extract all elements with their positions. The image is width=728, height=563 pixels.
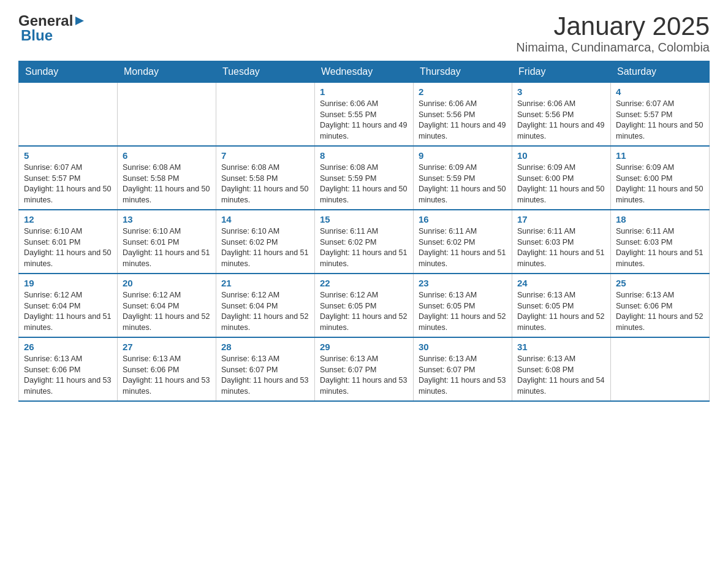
calendar-body: 1Sunrise: 6:06 AMSunset: 5:55 PMDaylight… <box>19 83 710 402</box>
calendar-cell: 16Sunrise: 6:11 AMSunset: 6:02 PMDayligh… <box>414 210 512 274</box>
day-info: Sunrise: 6:08 AMSunset: 5:58 PMDaylight:… <box>123 163 211 205</box>
calendar-cell: 24Sunrise: 6:13 AMSunset: 6:05 PMDayligh… <box>512 274 611 337</box>
day-info: Sunrise: 6:10 AMSunset: 6:01 PMDaylight:… <box>24 226 112 269</box>
calendar-cell: 23Sunrise: 6:13 AMSunset: 6:05 PMDayligh… <box>414 274 512 337</box>
calendar-week-0: 1Sunrise: 6:06 AMSunset: 5:55 PMDaylight… <box>19 83 710 147</box>
header-cell-sunday: Sunday <box>19 61 118 83</box>
calendar-cell <box>19 83 118 147</box>
day-info: Sunrise: 6:10 AMSunset: 6:01 PMDaylight:… <box>123 226 211 269</box>
page-title: January 2025 <box>516 12 710 40</box>
day-number: 13 <box>123 214 211 224</box>
logo-text-blue: Blue <box>21 27 53 44</box>
day-info: Sunrise: 6:11 AMSunset: 6:02 PMDaylight:… <box>320 226 408 269</box>
day-info: Sunrise: 6:06 AMSunset: 5:56 PMDaylight:… <box>517 99 605 142</box>
day-info: Sunrise: 6:12 AMSunset: 6:04 PMDaylight:… <box>24 290 112 333</box>
calendar-header: SundayMondayTuesdayWednesdayThursdayFrid… <box>19 61 710 83</box>
calendar-cell: 20Sunrise: 6:12 AMSunset: 6:04 PMDayligh… <box>118 274 216 337</box>
calendar-cell: 11Sunrise: 6:09 AMSunset: 6:00 PMDayligh… <box>611 146 710 210</box>
calendar-cell: 15Sunrise: 6:11 AMSunset: 6:02 PMDayligh… <box>315 210 414 274</box>
header-cell-thursday: Thursday <box>414 61 512 83</box>
header-cell-friday: Friday <box>512 61 611 83</box>
day-info: Sunrise: 6:13 AMSunset: 6:07 PMDaylight:… <box>419 354 507 397</box>
calendar-cell: 4Sunrise: 6:07 AMSunset: 5:57 PMDaylight… <box>611 83 710 147</box>
day-info: Sunrise: 6:12 AMSunset: 6:04 PMDaylight:… <box>221 290 309 333</box>
day-info: Sunrise: 6:13 AMSunset: 6:06 PMDaylight:… <box>616 290 704 333</box>
day-number: 12 <box>24 214 112 224</box>
header-cell-monday: Monday <box>118 61 216 83</box>
header-cell-saturday: Saturday <box>611 61 710 83</box>
calendar-cell: 26Sunrise: 6:13 AMSunset: 6:06 PMDayligh… <box>19 337 118 401</box>
logo-triangle-icon <box>74 15 85 26</box>
header-cell-wednesday: Wednesday <box>315 61 414 83</box>
calendar-cell: 3Sunrise: 6:06 AMSunset: 5:56 PMDaylight… <box>512 83 611 147</box>
header-cell-tuesday: Tuesday <box>216 61 315 83</box>
calendar-cell: 13Sunrise: 6:10 AMSunset: 6:01 PMDayligh… <box>118 210 216 274</box>
calendar-cell: 9Sunrise: 6:09 AMSunset: 5:59 PMDaylight… <box>414 146 512 210</box>
day-info: Sunrise: 6:08 AMSunset: 5:59 PMDaylight:… <box>320 163 408 205</box>
day-info: Sunrise: 6:13 AMSunset: 6:06 PMDaylight:… <box>123 354 211 397</box>
day-info: Sunrise: 6:07 AMSunset: 5:57 PMDaylight:… <box>24 163 112 205</box>
day-info: Sunrise: 6:06 AMSunset: 5:56 PMDaylight:… <box>419 99 507 142</box>
day-info: Sunrise: 6:11 AMSunset: 6:03 PMDaylight:… <box>616 226 704 269</box>
calendar-cell: 7Sunrise: 6:08 AMSunset: 5:58 PMDaylight… <box>216 146 315 210</box>
day-number: 21 <box>221 278 309 288</box>
day-info: Sunrise: 6:09 AMSunset: 5:59 PMDaylight:… <box>419 163 507 205</box>
calendar-cell: 18Sunrise: 6:11 AMSunset: 6:03 PMDayligh… <box>611 210 710 274</box>
day-number: 6 <box>123 150 211 161</box>
calendar-week-3: 19Sunrise: 6:12 AMSunset: 6:04 PMDayligh… <box>19 274 710 337</box>
calendar-cell: 28Sunrise: 6:13 AMSunset: 6:07 PMDayligh… <box>216 337 315 401</box>
day-number: 3 <box>517 86 605 97</box>
day-info: Sunrise: 6:11 AMSunset: 6:03 PMDaylight:… <box>517 226 605 269</box>
day-number: 16 <box>419 214 507 224</box>
day-number: 9 <box>419 150 507 161</box>
calendar-cell: 27Sunrise: 6:13 AMSunset: 6:06 PMDayligh… <box>118 337 216 401</box>
day-number: 5 <box>24 150 112 161</box>
calendar-cell: 6Sunrise: 6:08 AMSunset: 5:58 PMDaylight… <box>118 146 216 210</box>
calendar-cell: 8Sunrise: 6:08 AMSunset: 5:59 PMDaylight… <box>315 146 414 210</box>
calendar-table: SundayMondayTuesdayWednesdayThursdayFrid… <box>18 61 710 402</box>
calendar-cell: 12Sunrise: 6:10 AMSunset: 6:01 PMDayligh… <box>19 210 118 274</box>
page-subtitle: Nimaima, Cundinamarca, Colombia <box>516 40 710 55</box>
calendar-cell: 25Sunrise: 6:13 AMSunset: 6:06 PMDayligh… <box>611 274 710 337</box>
day-number: 30 <box>419 342 507 352</box>
day-info: Sunrise: 6:13 AMSunset: 6:07 PMDaylight:… <box>320 354 408 397</box>
calendar-cell: 2Sunrise: 6:06 AMSunset: 5:56 PMDaylight… <box>414 83 512 147</box>
day-info: Sunrise: 6:13 AMSunset: 6:06 PMDaylight:… <box>24 354 112 397</box>
day-number: 19 <box>24 278 112 288</box>
day-info: Sunrise: 6:06 AMSunset: 5:55 PMDaylight:… <box>320 99 408 142</box>
day-info: Sunrise: 6:13 AMSunset: 6:05 PMDaylight:… <box>517 290 605 333</box>
day-number: 10 <box>517 150 605 161</box>
day-info: Sunrise: 6:13 AMSunset: 6:05 PMDaylight:… <box>419 290 507 333</box>
calendar-cell: 19Sunrise: 6:12 AMSunset: 6:04 PMDayligh… <box>19 274 118 337</box>
day-number: 22 <box>320 278 408 288</box>
calendar-cell: 22Sunrise: 6:12 AMSunset: 6:05 PMDayligh… <box>315 274 414 337</box>
day-info: Sunrise: 6:11 AMSunset: 6:02 PMDaylight:… <box>419 226 507 269</box>
day-number: 2 <box>419 86 507 97</box>
day-number: 27 <box>123 342 211 352</box>
day-info: Sunrise: 6:09 AMSunset: 6:00 PMDaylight:… <box>616 163 704 205</box>
day-number: 4 <box>616 86 704 97</box>
day-number: 25 <box>616 278 704 288</box>
calendar-week-1: 5Sunrise: 6:07 AMSunset: 5:57 PMDaylight… <box>19 146 710 210</box>
header-row: SundayMondayTuesdayWednesdayThursdayFrid… <box>19 61 710 83</box>
calendar-cell: 5Sunrise: 6:07 AMSunset: 5:57 PMDaylight… <box>19 146 118 210</box>
calendar-cell <box>118 83 216 147</box>
logo: General Blue <box>18 12 85 44</box>
calendar-cell: 21Sunrise: 6:12 AMSunset: 6:04 PMDayligh… <box>216 274 315 337</box>
day-number: 15 <box>320 214 408 224</box>
calendar-cell <box>611 337 710 401</box>
calendar-cell: 17Sunrise: 6:11 AMSunset: 6:03 PMDayligh… <box>512 210 611 274</box>
day-number: 1 <box>320 86 408 97</box>
day-number: 23 <box>419 278 507 288</box>
day-number: 31 <box>517 342 605 352</box>
page-header: General Blue January 2025 Nimaima, Cundi… <box>18 12 710 55</box>
day-info: Sunrise: 6:13 AMSunset: 6:08 PMDaylight:… <box>517 354 605 397</box>
calendar-week-2: 12Sunrise: 6:10 AMSunset: 6:01 PMDayligh… <box>19 210 710 274</box>
day-number: 24 <box>517 278 605 288</box>
day-number: 7 <box>221 150 309 161</box>
calendar-cell: 30Sunrise: 6:13 AMSunset: 6:07 PMDayligh… <box>414 337 512 401</box>
day-number: 11 <box>616 150 704 161</box>
day-number: 18 <box>616 214 704 224</box>
day-number: 29 <box>320 342 408 352</box>
day-number: 20 <box>123 278 211 288</box>
